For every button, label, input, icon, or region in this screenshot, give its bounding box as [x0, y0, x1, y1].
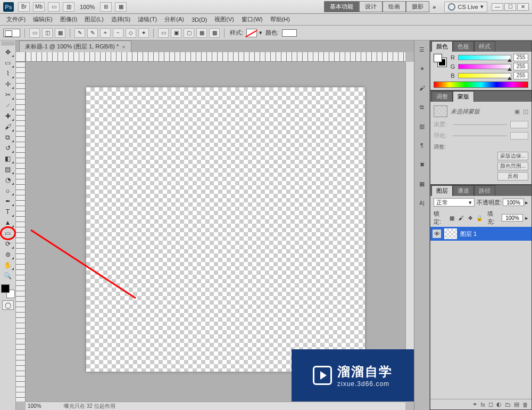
menu-layer[interactable]: 图层(L)	[81, 14, 106, 24]
brush-presets-icon[interactable]: 🖌	[416, 82, 428, 94]
eraser-tool[interactable]: ◧	[2, 153, 14, 164]
healing-brush-tool[interactable]: ✚	[2, 111, 14, 121]
lock-image-icon[interactable]: 🖌	[458, 214, 465, 222]
density-slider[interactable]	[453, 124, 507, 125]
group-icon[interactable]: 🗀	[505, 401, 511, 408]
add-anchor-icon[interactable]: +	[100, 28, 111, 38]
lock-all-icon[interactable]: 🔒	[476, 214, 483, 222]
quick-mask-toggle[interactable]: ◯	[2, 300, 14, 310]
character-panel-icon[interactable]: A|	[416, 197, 428, 209]
tab-paths[interactable]: 路径	[474, 185, 495, 196]
menu-window[interactable]: 窗口(W)	[238, 14, 266, 24]
3d-rotate-tool[interactable]: ⟳	[2, 239, 14, 249]
tab-swatches[interactable]: 色板	[453, 41, 474, 52]
adjustment-layer-icon[interactable]: ◐	[496, 401, 502, 408]
horizontal-ruler[interactable]	[26, 52, 405, 62]
tool-presets-icon[interactable]: ✖	[416, 159, 428, 170]
combine-exclude-icon[interactable]: ▩	[209, 28, 220, 38]
color-chips[interactable]	[1, 284, 15, 298]
gradient-tool[interactable]: ▤	[2, 164, 14, 175]
workspace-photography[interactable]: 摄影	[406, 1, 429, 12]
close-button[interactable]: ✕	[517, 3, 529, 11]
r-slider[interactable]	[458, 55, 511, 60]
feather-value[interactable]	[510, 132, 528, 140]
crop-tool[interactable]: ✂	[2, 89, 14, 100]
tab-color[interactable]: 颜色	[431, 41, 453, 52]
color-swatch[interactable]	[282, 29, 297, 37]
move-tool[interactable]: ✥	[2, 47, 14, 58]
minimize-button[interactable]: —	[492, 3, 503, 11]
workspace-design[interactable]: 设计	[359, 1, 383, 12]
quick-select-tool[interactable]: ✢	[2, 79, 14, 89]
layer-name[interactable]: 图层 1	[460, 230, 477, 238]
bridge-icon[interactable]: Br	[18, 2, 30, 12]
history-panel-icon[interactable]: ☰	[416, 44, 428, 55]
combine-intersect-icon[interactable]: ▦	[196, 28, 207, 38]
workspace-essentials[interactable]: 基本功能	[324, 1, 359, 12]
combine-add-icon[interactable]: ▣	[171, 28, 181, 38]
actions-panel-icon[interactable]: ✶	[416, 63, 428, 75]
pixel-mask-icon[interactable]: ▣	[514, 108, 520, 115]
extras-icon[interactable]: ▦	[115, 2, 127, 12]
shape-tool-preset[interactable]	[3, 29, 20, 37]
tab-adjustments[interactable]: 调整	[431, 91, 453, 102]
workspace-painting[interactable]: 绘画	[383, 1, 406, 12]
lasso-tool[interactable]: ⌇	[2, 68, 14, 79]
new-layer-icon[interactable]: ▤	[514, 401, 519, 408]
layer-mask-icon[interactable]: ◻	[488, 401, 493, 408]
zoom-tool[interactable]: 🔍	[2, 270, 14, 281]
paths-icon[interactable]: ◫	[42, 28, 53, 38]
maximize-button[interactable]: ☐	[504, 3, 516, 11]
ruler-origin[interactable]	[16, 52, 26, 62]
menu-file[interactable]: 文件(F)	[3, 14, 29, 24]
fill-field[interactable]	[502, 214, 523, 222]
menu-help[interactable]: 帮助(H)	[267, 14, 293, 24]
invert-button[interactable]: 反相	[497, 172, 528, 181]
link-layers-icon[interactable]: ⚭	[472, 401, 477, 408]
title-zoom-value[interactable]: 100%	[78, 4, 97, 10]
custom-shape-icon[interactable]: ✦	[138, 28, 149, 38]
tab-styles[interactable]: 样式	[474, 41, 495, 52]
color-range-button[interactable]: 颜色范围...	[497, 162, 528, 170]
g-slider[interactable]	[458, 64, 511, 69]
document-tab-close-icon[interactable]: ×	[122, 44, 125, 50]
shape-tool[interactable]: ▭	[2, 228, 14, 239]
vector-mask-icon[interactable]: ◫	[523, 108, 528, 115]
clone-source-icon[interactable]: ⧉	[416, 101, 428, 113]
b-slider[interactable]	[458, 73, 511, 78]
panel-color-chips[interactable]	[434, 54, 446, 67]
workspace-more[interactable]: »	[429, 3, 439, 11]
r-value[interactable]: 255	[513, 54, 528, 61]
menu-edit[interactable]: 编辑(E)	[30, 14, 56, 24]
pen-mode-icon[interactable]: ✎	[74, 28, 85, 38]
delete-anchor-icon[interactable]: −	[113, 28, 123, 38]
combine-subtract-icon[interactable]: ▢	[184, 28, 194, 38]
mask-edge-button[interactable]: 蒙版边缘...	[497, 152, 528, 160]
feather-slider[interactable]	[453, 135, 507, 136]
menu-view[interactable]: 视图(V)	[211, 14, 237, 24]
menu-select[interactable]: 选择(S)	[108, 14, 134, 24]
minibridge-icon[interactable]: Mb	[33, 2, 45, 12]
blur-tool[interactable]: ◔	[2, 175, 14, 185]
clone-stamp-tool[interactable]: ⧉	[2, 132, 14, 143]
document-tab[interactable]: 未标题-1 @ 100% (图层 1, RGB/8) * ×	[19, 40, 131, 52]
type-tool[interactable]: T	[2, 207, 14, 217]
tab-layers[interactable]: 图层	[431, 185, 453, 196]
layer-style-icon[interactable]: fx	[480, 401, 485, 408]
menu-filter[interactable]: 滤镜(T)	[135, 14, 160, 24]
lock-transparent-icon[interactable]: ▦	[448, 214, 456, 222]
cslive-button[interactable]: CS Live ▾	[444, 2, 487, 12]
3d-camera-tool[interactable]: ⊚	[2, 249, 14, 260]
blend-mode-dropdown[interactable]: 正常▾	[434, 198, 475, 207]
dodge-tool[interactable]: ☼	[2, 185, 14, 196]
freeform-pen-icon[interactable]: ✎	[87, 28, 98, 38]
layer-thumbnail[interactable]	[444, 228, 457, 239]
navigator-panel-icon[interactable]: ▦	[416, 178, 428, 190]
toolbox-grip[interactable]	[1, 42, 15, 46]
delete-layer-icon[interactable]: 🗑	[522, 401, 528, 408]
fill-pixels-icon[interactable]: ▦	[55, 28, 65, 38]
combine-new-icon[interactable]: ▭	[158, 28, 169, 38]
hand-tool[interactable]: ✋	[2, 260, 14, 270]
windows-arrange-icon[interactable]: ▭	[48, 2, 60, 12]
status-zoom[interactable]: 100%	[28, 403, 60, 409]
